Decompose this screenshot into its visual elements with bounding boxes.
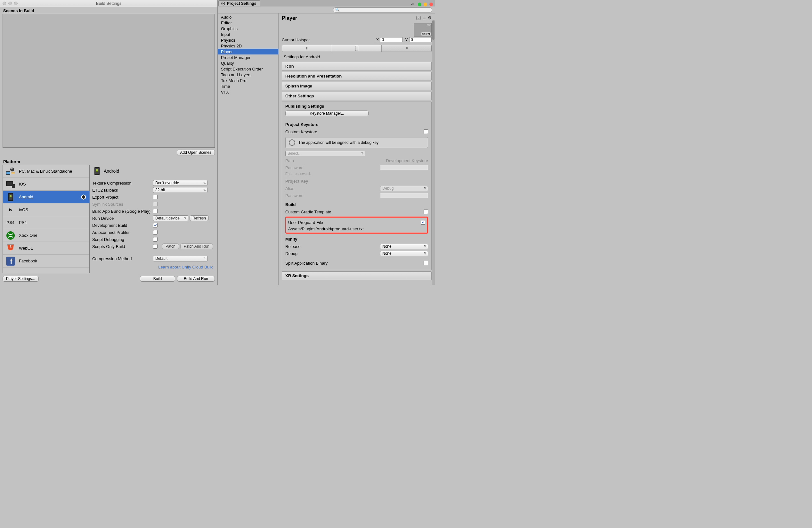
platform-item-android[interactable]: Android (3, 191, 89, 203)
close-icon[interactable] (430, 3, 433, 6)
category-scriptexec[interactable]: Script Execution Order (218, 66, 278, 72)
split-binary-checkbox[interactable] (424, 261, 428, 265)
category-quality[interactable]: Quality (218, 60, 278, 66)
category-textmeshpro[interactable]: TextMesh Pro (218, 77, 278, 83)
settings-category-list: Audio Editor Graphics Input Physics Phys… (218, 13, 278, 285)
custom-gradle-checkbox[interactable] (424, 210, 428, 214)
opt-label: ETC2 fallback (92, 188, 153, 192)
opt-label: Scripts Only Build (92, 244, 153, 249)
platform-item-tvos[interactable]: tv tvOS (3, 203, 89, 216)
platform-label: iOS (19, 182, 26, 186)
build-header: Build (285, 202, 428, 207)
refresh-button[interactable]: Refresh (190, 215, 209, 221)
platform-item-xboxone[interactable]: Xbox One (3, 229, 89, 242)
category-audio[interactable]: Audio (218, 14, 278, 20)
default-icon-preview[interactable]: 2D/ Select (414, 23, 432, 37)
cursor-x-input[interactable] (380, 37, 403, 42)
cloud-build-link[interactable]: Learn about Unity Cloud Build (158, 265, 214, 269)
minify-header: Minify (285, 237, 428, 242)
minify-release-select[interactable]: None (380, 244, 428, 249)
password-hint: Enter password. (285, 172, 428, 175)
alias-password-label: Password (285, 193, 380, 198)
zoom-icon[interactable] (418, 3, 421, 6)
search-input[interactable]: 🔍 (333, 8, 432, 13)
foldout-icon[interactable]: Icon (282, 62, 432, 71)
cursor-y-input[interactable] (409, 37, 432, 42)
platform-item-ps4[interactable]: PS4 PS4 (3, 216, 89, 229)
svg-text:5: 5 (10, 245, 12, 248)
unity-logo-icon (81, 194, 87, 200)
window-titlebar: Build Settings (0, 0, 217, 7)
search-icon: 🔍 (335, 8, 340, 12)
texture-compression-select[interactable]: Don't override (153, 180, 207, 186)
platform-label: PS4 (19, 220, 27, 225)
scenes-list[interactable] (3, 14, 215, 148)
opt-label: Development Build (92, 223, 153, 228)
build-button[interactable]: Build (140, 276, 175, 282)
project-settings-tab[interactable]: Project Settings (218, 0, 260, 6)
autoconnect-profiler-checkbox[interactable] (153, 230, 158, 234)
password-label: Password (285, 165, 380, 170)
scripts-only-checkbox[interactable] (153, 244, 158, 248)
category-physics2d[interactable]: Physics 2D (218, 43, 278, 49)
foldout-resolution[interactable]: Resolution and Presentation (282, 72, 432, 81)
script-debugging-checkbox[interactable] (153, 237, 158, 242)
etc2-fallback-select[interactable]: 32-bit (153, 187, 207, 193)
platform-item-standalone[interactable]: PC, Mac & Linux Standalone (3, 165, 89, 178)
export-project-checkbox[interactable] (153, 195, 158, 199)
minify-debug-select[interactable]: None (380, 251, 428, 256)
app-bundle-checkbox[interactable] (153, 209, 158, 213)
project-keystore-header: Project Keystore (285, 122, 428, 127)
platform-item-facebook[interactable]: f Facebook (3, 255, 89, 268)
minimize-icon[interactable] (424, 3, 427, 6)
path-label: Path (285, 158, 386, 163)
alias-password-input (380, 193, 428, 198)
window-tabbar: Project Settings •≡ (218, 0, 435, 6)
settings-for-label: Settings for Android (282, 53, 432, 60)
platform-label: PC, Mac & Linux Standalone (19, 169, 72, 174)
patch-button[interactable]: Patch (162, 243, 179, 249)
category-physics[interactable]: Physics (218, 37, 278, 43)
foldout-other[interactable]: Other Settings (282, 91, 432, 100)
help-icon[interactable]: ? (416, 16, 421, 20)
foldout-xr[interactable]: XR Settings (282, 271, 432, 280)
build-and-run-button[interactable]: Build And Run (177, 276, 215, 282)
preset-icon[interactable] (422, 16, 426, 20)
phone-icon (355, 46, 358, 51)
inspector-title: Player (282, 15, 297, 21)
alias-label: Alias (285, 186, 380, 191)
patch-and-run-button[interactable]: Patch And Run (180, 243, 213, 249)
platform-item-ios[interactable]: iOS (3, 178, 89, 191)
development-build-checkbox[interactable]: ✔ (153, 223, 158, 227)
panel-menu-icon[interactable]: •≡ (411, 2, 414, 6)
gear-icon[interactable]: ⚙ (428, 15, 432, 20)
opt-label: Export Project (92, 195, 153, 200)
compression-method-select[interactable]: Default (153, 256, 207, 261)
platform-item-webgl[interactable]: 5 WebGL (3, 242, 89, 255)
select-icon-button[interactable]: Select (421, 32, 431, 36)
inspector-panel: Player ? ⚙ 2D/ Select Cursor Hotspot X Y (278, 13, 435, 285)
category-editor[interactable]: Editor (218, 20, 278, 26)
category-player[interactable]: Player (218, 49, 278, 55)
custom-keystore-checkbox[interactable] (424, 129, 428, 134)
player-settings-button[interactable]: Player Settings... (3, 276, 39, 282)
category-input[interactable]: Input (218, 31, 278, 37)
category-vfx[interactable]: VFX (218, 89, 278, 95)
vertical-scrollbar[interactable] (432, 20, 435, 285)
category-tagslayers[interactable]: Tags and Layers (218, 72, 278, 77)
category-graphics[interactable]: Graphics (218, 26, 278, 31)
tab-ios[interactable] (332, 45, 382, 52)
category-presetmanager[interactable]: Preset Manager (218, 55, 278, 60)
scrollbar-thumb[interactable] (432, 20, 435, 40)
foldout-splash[interactable]: Splash Image (282, 82, 432, 90)
platform-label: Facebook (19, 259, 37, 263)
user-proguard-checkbox[interactable]: ✔ (421, 220, 425, 225)
tab-android[interactable] (382, 45, 431, 52)
add-open-scenes-button[interactable]: Add Open Scenes (177, 149, 215, 155)
tab-standalone[interactable]: ⬇ (282, 45, 332, 52)
platform-header: Platform (0, 158, 217, 165)
run-device-select[interactable]: Default device (153, 215, 188, 221)
keystore-manager-button[interactable]: Keystore Manager... (285, 111, 368, 116)
platform-label: Android (19, 195, 33, 199)
category-time[interactable]: Time (218, 83, 278, 89)
